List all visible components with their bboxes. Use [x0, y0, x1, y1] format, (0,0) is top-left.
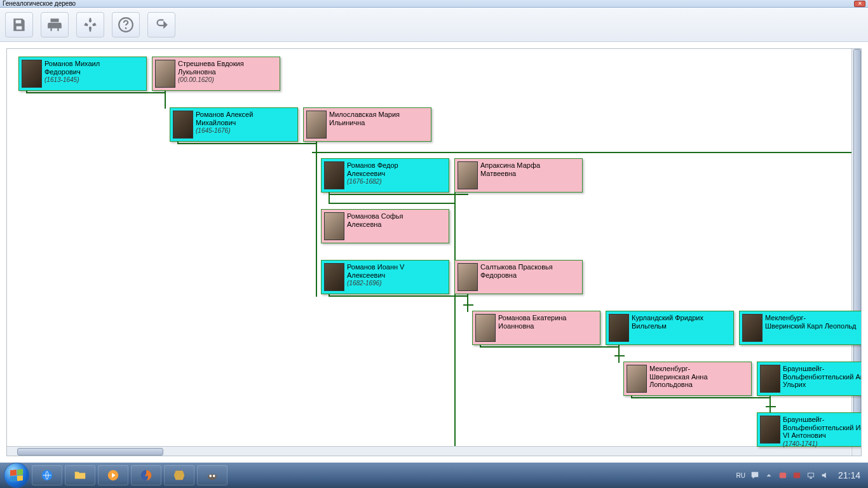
person-card[interactable]: Апраксина МарфаМатвеевна	[454, 158, 583, 193]
person-card[interactable]: Романова СофьяАлексевна	[321, 209, 449, 243]
person-card[interactable]: Курландский ФридрихВильгельм	[606, 311, 734, 345]
person-card[interactable]: Мекленбург-Шверинский Карл Леопольд	[739, 311, 862, 345]
start-button[interactable]	[4, 463, 29, 488]
person-name-line2: Алексеевич	[347, 170, 398, 178]
connector-vline	[454, 193, 456, 456]
windows-logo-icon	[10, 469, 23, 482]
taskbar-pin-ie[interactable]	[32, 465, 62, 485]
person-info: Брауншвейг-Вольфенбюттельский Антон Ульр…	[783, 363, 862, 389]
person-card[interactable]: Романов Иоанн VАлексеевич(1682-1696)	[321, 260, 449, 294]
volume-icon[interactable]	[820, 471, 829, 480]
person-card[interactable]: Брауншвейг-Вольфенбюттельский Антон Ульр…	[757, 362, 862, 396]
portrait-thumbnail	[173, 111, 193, 139]
folder-icon	[73, 468, 87, 482]
person-name-line1: Брауншвейг-	[783, 365, 862, 373]
help-icon	[118, 17, 134, 33]
person-name-line1: Брауншвейг-	[783, 416, 862, 424]
person-name-line2: Вольфенбюттельский Иоанн VI Антонович	[783, 424, 862, 440]
person-name-line1: Романов Федор	[347, 161, 398, 170]
person-info: Романов ФедорАлексеевич(1676-1682)	[347, 160, 398, 186]
person-info: Романов АлексейМихайлович(1645-1676)	[196, 109, 253, 135]
connector-vline	[316, 142, 317, 297]
person-card[interactable]: Стрешнева ЕвдокияЛукьяновна(00.00.1620)	[152, 57, 280, 91]
network-icon[interactable]	[806, 471, 815, 480]
person-name-line1: Салтыкова Прасковья	[480, 263, 553, 271]
taskbar-pin-app[interactable]	[164, 465, 194, 485]
person-info: Апраксина МарфаМатвеевна	[480, 160, 540, 177]
person-name-line2: Федоровна	[480, 271, 553, 280]
person-card[interactable]: Брауншвейг-Вольфенбюттельский Иоанн VI А…	[757, 412, 862, 447]
person-card[interactable]: Романова ЕкатеринаИоанновна	[472, 311, 600, 345]
portrait-thumbnail	[609, 314, 629, 342]
connector-vline	[770, 396, 771, 414]
person-name-line1: Апраксина Марфа	[480, 161, 540, 170]
gimp-icon	[205, 468, 219, 482]
action-center-icon[interactable]	[750, 471, 759, 480]
save-button[interactable]	[5, 12, 33, 37]
person-card[interactable]: Романов ФедорАлексеевич(1676-1682)	[321, 158, 449, 193]
taskbar-clock[interactable]: 21:14	[834, 470, 864, 480]
taskbar-pin-wmp[interactable]	[98, 465, 128, 485]
tools-button[interactable]	[76, 12, 104, 37]
person-name-line1: Романова Софья	[347, 212, 403, 220]
horizontal-scrollbar[interactable]	[7, 446, 851, 456]
person-card[interactable]: Романов АлексейМихайлович(1645-1676)	[170, 107, 298, 142]
print-button[interactable]	[41, 12, 69, 37]
tree-canvas[interactable]: Романов МихаилФедорович(1613-1645)Стрешн…	[6, 48, 862, 456]
person-name-line1: Милославская Мария	[329, 111, 400, 119]
portrait-thumbnail	[475, 314, 496, 342]
person-name-line2: Шверинский Карл Леопольд	[765, 322, 857, 330]
person-name-line2: Михайлович	[196, 119, 253, 127]
taskbar-pin-firefox[interactable]	[131, 465, 161, 485]
portrait-thumbnail	[324, 212, 344, 240]
person-info: Романова СофьяАлексевна	[347, 211, 403, 228]
svg-point-5	[209, 475, 212, 477]
connector-hline	[312, 152, 862, 153]
connector-hline	[329, 203, 456, 204]
hex-app-icon	[172, 468, 186, 482]
taskbar-pin-gimp[interactable]	[197, 465, 227, 485]
person-info: Брауншвейг-Вольфенбюттельский Иоанн VI А…	[783, 414, 862, 447]
person-card[interactable]: Милославская МарияИльинична	[303, 107, 431, 142]
tray-icon-1[interactable]	[778, 471, 787, 480]
person-card[interactable]: Салтыкова ПрасковьяФедоровна	[454, 260, 583, 294]
svg-point-6	[213, 475, 215, 477]
taskbar: RU 21:14	[0, 463, 868, 488]
person-info: Мекленбург-Шверинская Анна Лопольдовна	[649, 363, 749, 389]
taskbar-pin-explorer[interactable]	[65, 465, 95, 485]
person-dates: (1682-1696)	[347, 280, 404, 287]
connector-hline	[329, 295, 468, 297]
svg-rect-9	[808, 473, 814, 477]
person-name-line1: Романов Михаил	[44, 60, 100, 68]
svg-rect-8	[794, 473, 801, 478]
window-close-button[interactable]: ✕	[854, 1, 865, 7]
person-card[interactable]: Романов МихаилФедорович(1613-1645)	[18, 57, 147, 91]
person-dates: (1645-1676)	[196, 127, 253, 135]
print-icon	[46, 17, 63, 33]
tray-chevron-icon[interactable]	[764, 471, 773, 480]
portrait-thumbnail	[760, 416, 780, 444]
person-name-line1: Мекленбург-	[765, 314, 857, 322]
help-button[interactable]	[112, 12, 140, 37]
person-dates: (1676-1682)	[347, 178, 398, 186]
connector-hline	[463, 304, 473, 306]
svg-point-1	[125, 27, 127, 29]
person-name-line1: Романова Екатерина	[498, 314, 567, 322]
connector-hline	[614, 355, 625, 356]
person-name-line1: Курландский Фридрих	[632, 314, 703, 322]
language-indicator[interactable]: RU	[736, 472, 745, 479]
connector-vline	[165, 91, 166, 109]
undo-button[interactable]	[147, 12, 175, 37]
tray-icon-2[interactable]	[792, 471, 801, 480]
person-name-line2: Матвеевна	[480, 170, 540, 178]
portrait-thumbnail	[324, 161, 344, 189]
horizontal-scroll-thumb[interactable]	[17, 448, 163, 456]
person-info: Салтыкова ПрасковьяФедоровна	[480, 262, 553, 279]
connector-hline	[177, 143, 317, 144]
portrait-thumbnail	[324, 263, 344, 291]
person-info: Романов Иоанн VАлексеевич(1682-1696)	[347, 262, 404, 287]
person-name-line2: Алексеевич	[347, 271, 404, 280]
connector-hline	[631, 397, 771, 398]
save-icon	[11, 17, 27, 33]
person-card[interactable]: Мекленбург-Шверинская Анна Лопольдовна	[623, 362, 752, 396]
